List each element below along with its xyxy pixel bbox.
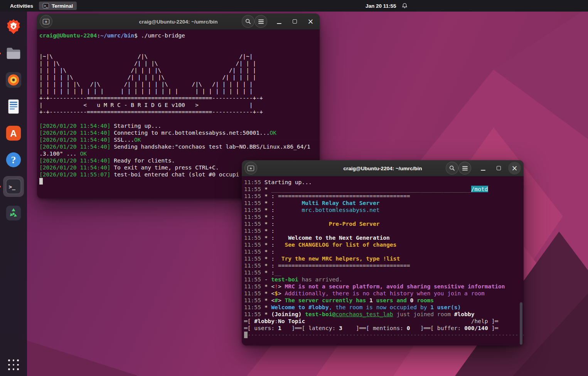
terminal-line: [39, 39, 317, 46]
maximize-icon: [497, 166, 501, 170]
terminal-output-chat[interactable]: 11:55 Starting up...11:55 * ____________…: [242, 176, 524, 346]
svg-text:?: ?: [11, 154, 16, 166]
terminal-line: [2026/01/20 11:54:40] Sending handshake:…: [39, 143, 317, 150]
terminal-line: 11:55 * :: [244, 248, 521, 255]
close-button[interactable]: ×: [508, 162, 521, 174]
terminal-line: 11:55 * :: [244, 227, 521, 234]
terminal-line: 11:55 * : Try the new MRC helpers, type …: [244, 255, 521, 262]
dock-item-terminal[interactable]: >_: [3, 176, 24, 197]
terminal-line: 11:55 * : Pre-Prod Server: [244, 220, 521, 227]
dock-item-help[interactable]: ?: [3, 149, 24, 170]
terminal-line: 11:55 Starting up...: [244, 179, 521, 186]
terminal-line: ········································…: [244, 332, 521, 339]
terminal-line: | | | |\ /| | | |\ /| | | |: [39, 67, 317, 74]
terminal-line: craig@Ubuntu-2204:~/umrc/bin$ ./umrc-bri…: [39, 32, 317, 39]
dock-item-cleaner[interactable]: [3, 203, 24, 224]
terminal-line: 11:55 * : ==============================…: [244, 262, 521, 269]
window-title: craig@Ubuntu-2204: ~/umrc/bin: [139, 14, 217, 30]
close-icon: ×: [512, 165, 518, 171]
focused-app-label: Terminal: [52, 3, 73, 9]
terminal-line: 11:55 - test-boi has arrived.: [244, 276, 521, 283]
minimize-button[interactable]: [477, 162, 489, 174]
show-applications-button[interactable]: [7, 358, 20, 371]
terminal-line: | | | | | | | | | | | | | | | | | | | | …: [39, 88, 317, 95]
terminal-line: 11:55 * : See CHANGELOG for list of chan…: [244, 241, 521, 248]
dock: A ? >_: [0, 12, 27, 376]
new-tab-button[interactable]: +: [40, 15, 52, 28]
maximize-icon: [293, 19, 297, 24]
scrollbar-thumb[interactable]: [520, 302, 522, 345]
terminal-line: 11:55 * : mrc.bottomlessabyss.net: [244, 207, 521, 213]
help-icon: ?: [5, 151, 22, 169]
terminal-line: 11:55 * : Multi Relay Chat Server: [244, 200, 521, 207]
terminal-line: +-+-----------==========================…: [39, 95, 317, 102]
running-indicator-dot: [0, 186, 1, 188]
brave-icon: [5, 18, 22, 36]
window-controls: ×: [273, 15, 317, 28]
terminal-line: 11:55 * :: [244, 213, 521, 220]
terminal-line: 11:55 * : ==============================…: [244, 193, 521, 200]
terminal-line: ═[ #lobby:No Topic /help ]═: [244, 318, 521, 325]
terminal-line: | < u M R C - B R I D G E v100 > |: [39, 102, 317, 108]
notification-bell-icon: [402, 3, 408, 9]
terminal-line: ═[ users: 1 ]══[ latency: 3 ]══[ mention…: [244, 325, 521, 332]
svg-text:>_: >_: [9, 184, 16, 190]
terminal-line: +-+-----------==========================…: [39, 108, 317, 115]
minimize-button[interactable]: [273, 15, 285, 28]
terminal-line: [2026/01/20 11:54:40] Connecting to mrc.…: [39, 129, 317, 136]
dock-item-files[interactable]: [3, 43, 24, 64]
files-folder-icon: [5, 44, 22, 62]
search-button[interactable]: [446, 162, 458, 174]
terminal-line: 11:55 * <#> The server currently has 1 u…: [244, 297, 521, 304]
terminal-line: |~|\ /|\ /|~|: [39, 53, 317, 60]
titlebar: + craig@Ubuntu-2204: ~/umrc/bin ×: [242, 160, 524, 176]
hamburger-icon: [462, 168, 468, 169]
terminal-line: 11:55 * :__: [244, 269, 521, 276]
terminal-line: [2026/01/20 11:54:40] Starting up...: [39, 122, 317, 129]
clock-label: Jan 20 11:55: [366, 3, 396, 9]
hamburger-icon: [258, 21, 264, 22]
clock-menu-button[interactable]: Jan 20 11:55: [366, 0, 408, 12]
terminal-line: 11:55 * : Welcome to the Next Generation: [244, 234, 521, 241]
media-player-icon: [5, 71, 22, 89]
dock-item-media-player[interactable]: [3, 69, 24, 90]
dock-item-ubuntu-software[interactable]: A: [3, 123, 24, 144]
terminal-icon: >_: [43, 3, 49, 8]
terminal-line: [39, 115, 317, 122]
terminal-window-chat: + craig@Ubuntu-2204: ~/umrc/bin × 11:55 …: [242, 160, 524, 346]
terminal-line: 11:55 * ________________________________…: [244, 186, 521, 193]
maximize-button[interactable]: [492, 162, 505, 174]
activities-label: Activities: [10, 3, 33, 9]
dock-item-brave[interactable]: [3, 16, 24, 37]
svg-text:A: A: [10, 128, 17, 139]
search-icon: [449, 165, 455, 171]
menu-button[interactable]: [458, 162, 471, 174]
focused-app-button[interactable]: >_ Terminal: [39, 2, 77, 10]
terminal-line: 11:55 * <$> Additionally, there is no ch…: [244, 290, 521, 297]
terminal-line: | | | | | |\ /|\ /| | | | | |\ /|\ /| | …: [39, 81, 317, 88]
new-tab-icon: +: [248, 166, 254, 171]
dock-item-writer[interactable]: [3, 96, 24, 117]
terminal-line: 11:55 * (Joining) test-boi@conchaos_test…: [244, 311, 521, 318]
close-icon: ×: [308, 18, 314, 25]
terminal-line: [39, 46, 317, 53]
running-indicator-dot: [0, 53, 1, 54]
minimize-icon: [277, 23, 281, 24]
terminal-line: 11:55 * Welcome to #lobby, the room is n…: [244, 304, 521, 311]
titlebar: + craig@Ubuntu-2204: ~/umrc/bin ×: [37, 14, 320, 30]
window-controls: ×: [477, 162, 521, 174]
minimize-icon: [481, 170, 485, 171]
search-icon: [245, 19, 251, 24]
maximize-button[interactable]: [288, 15, 301, 28]
cleaner-recycle-icon: [5, 204, 22, 222]
terminal-icon: >_: [5, 178, 22, 195]
search-button[interactable]: [242, 15, 254, 28]
menu-button[interactable]: [254, 15, 267, 28]
activities-button[interactable]: Activities: [6, 0, 37, 12]
top-bar: Activities >_ Terminal Jan 20 11:55: [0, 0, 588, 12]
ubuntu-software-icon: A: [5, 124, 22, 142]
close-button[interactable]: ×: [304, 15, 317, 28]
terminal-line: | | |\ /| | |\ /| | |: [39, 60, 317, 67]
terminal-line: | | | | |\ /| | | | |\ /| | | | |: [39, 74, 317, 81]
new-tab-button[interactable]: +: [244, 162, 257, 174]
